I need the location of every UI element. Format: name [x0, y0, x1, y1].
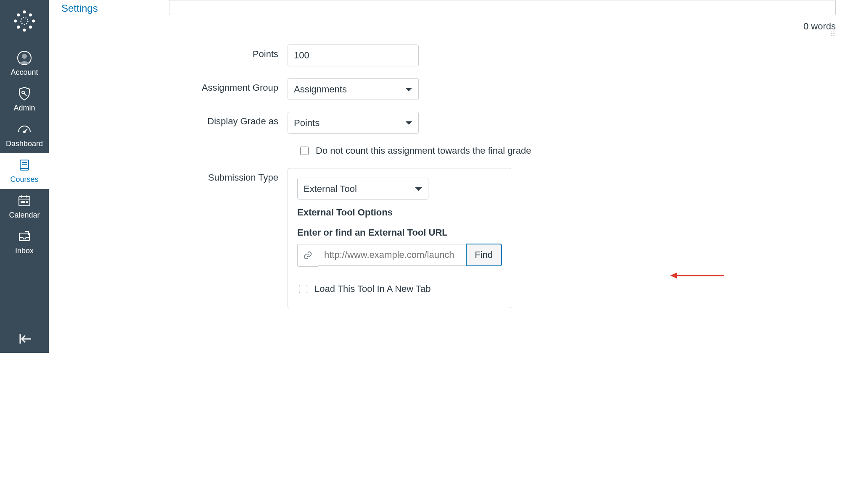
- nav-dashboard-label: Dashboard: [6, 139, 43, 148]
- nav-courses-label: Courses: [10, 175, 38, 184]
- load-new-tab-row[interactable]: Load This Tool In A New Tab: [297, 284, 502, 294]
- svg-point-3: [14, 19, 17, 22]
- global-nav: Account Admin Dashboard Courses Calendar: [0, 0, 49, 353]
- svg-point-5: [17, 13, 20, 16]
- external-tool-url-heading: Enter or find an External Tool URL: [297, 227, 502, 238]
- nav-calendar[interactable]: Calendar: [0, 189, 49, 225]
- exclude-final-grade-label: Do not count this assignment towards the…: [316, 145, 531, 156]
- svg-point-4: [32, 19, 35, 22]
- points-label: Points: [169, 45, 288, 60]
- find-external-tool-button[interactable]: Find: [466, 244, 502, 266]
- svg-point-8: [29, 26, 32, 29]
- avatar-icon: [17, 50, 32, 66]
- book-icon: [17, 158, 32, 173]
- load-new-tab-checkbox[interactable]: [299, 285, 307, 293]
- submission-type-label: Submission Type: [169, 168, 288, 183]
- nav-account[interactable]: Account: [0, 46, 49, 82]
- nav-inbox[interactable]: Inbox: [0, 225, 49, 260]
- svg-point-1: [23, 10, 26, 13]
- svg-point-2: [23, 29, 26, 32]
- assignment-edit-main: 0 words Points Assignment Group Assignme…: [169, 0, 861, 353]
- assignment-group-select[interactable]: Assignments: [288, 78, 419, 100]
- svg-point-10: [22, 54, 27, 59]
- display-grade-select[interactable]: Points: [288, 112, 419, 134]
- canvas-logo-icon: [12, 8, 37, 34]
- nav-courses[interactable]: Courses: [0, 153, 49, 189]
- word-count: 0 words: [169, 21, 836, 32]
- shield-key-icon: [17, 86, 32, 101]
- calendar-icon: [17, 193, 32, 208]
- load-new-tab-label: Load This Tool In A New Tab: [314, 284, 430, 294]
- course-nav: Settings: [49, 0, 169, 353]
- assignment-group-label: Assignment Group: [169, 78, 288, 93]
- nav-admin[interactable]: Admin: [0, 82, 49, 118]
- nav-account-label: Account: [11, 68, 38, 77]
- svg-point-0: [21, 18, 28, 25]
- exclude-final-grade-row[interactable]: Do not count this assignment towards the…: [298, 145, 531, 156]
- collapse-nav-button[interactable]: [0, 333, 49, 345]
- external-tool-options-heading: External Tool Options: [297, 207, 502, 218]
- points-input[interactable]: [288, 45, 419, 66]
- external-tool-url-input[interactable]: [318, 244, 466, 266]
- rich-text-editor[interactable]: [169, 0, 836, 15]
- link-icon: [297, 244, 318, 267]
- inbox-icon: [17, 229, 32, 244]
- gauge-icon: [17, 122, 32, 137]
- svg-point-7: [17, 26, 20, 29]
- nav-calendar-label: Calendar: [9, 211, 40, 220]
- svg-point-6: [29, 13, 32, 16]
- nav-admin-label: Admin: [13, 104, 35, 113]
- submission-type-select[interactable]: External Tool: [297, 178, 428, 200]
- nav-inbox-label: Inbox: [15, 247, 34, 255]
- display-grade-label: Display Grade as: [169, 112, 288, 127]
- exclude-final-grade-checkbox[interactable]: [300, 147, 309, 155]
- submission-type-box: External Tool External Tool Options Ente…: [288, 168, 511, 308]
- course-nav-settings[interactable]: Settings: [61, 0, 158, 17]
- nav-dashboard[interactable]: Dashboard: [0, 118, 49, 153]
